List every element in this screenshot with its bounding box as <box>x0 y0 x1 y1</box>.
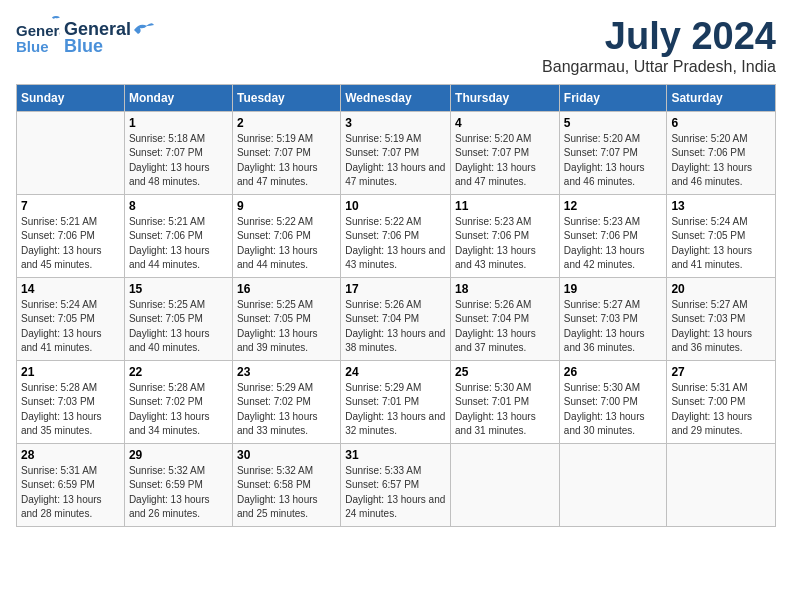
day-number: 6 <box>671 116 771 130</box>
calendar-cell: 12Sunrise: 5:23 AMSunset: 7:06 PMDayligh… <box>559 194 667 277</box>
calendar-cell <box>17 111 125 194</box>
day-info: Sunrise: 5:30 AMSunset: 7:01 PMDaylight:… <box>455 381 555 439</box>
week-row-4: 21Sunrise: 5:28 AMSunset: 7:03 PMDayligh… <box>17 360 776 443</box>
day-number: 8 <box>129 199 228 213</box>
calendar-cell: 1Sunrise: 5:18 AMSunset: 7:07 PMDaylight… <box>124 111 232 194</box>
day-number: 3 <box>345 116 446 130</box>
calendar-cell: 25Sunrise: 5:30 AMSunset: 7:01 PMDayligh… <box>451 360 560 443</box>
day-info: Sunrise: 5:19 AMSunset: 7:07 PMDaylight:… <box>237 132 336 190</box>
day-info: Sunrise: 5:26 AMSunset: 7:04 PMDaylight:… <box>345 298 446 356</box>
day-info: Sunrise: 5:27 AMSunset: 7:03 PMDaylight:… <box>564 298 663 356</box>
page-header: General Blue General Blue July 2024 Bang… <box>16 16 776 76</box>
week-row-3: 14Sunrise: 5:24 AMSunset: 7:05 PMDayligh… <box>17 277 776 360</box>
day-number: 17 <box>345 282 446 296</box>
day-number: 28 <box>21 448 120 462</box>
day-info: Sunrise: 5:20 AMSunset: 7:06 PMDaylight:… <box>671 132 771 190</box>
col-header-friday: Friday <box>559 84 667 111</box>
calendar-cell: 26Sunrise: 5:30 AMSunset: 7:00 PMDayligh… <box>559 360 667 443</box>
calendar-cell: 19Sunrise: 5:27 AMSunset: 7:03 PMDayligh… <box>559 277 667 360</box>
day-info: Sunrise: 5:24 AMSunset: 7:05 PMDaylight:… <box>671 215 771 273</box>
col-header-monday: Monday <box>124 84 232 111</box>
calendar-cell: 6Sunrise: 5:20 AMSunset: 7:06 PMDaylight… <box>667 111 776 194</box>
calendar-cell: 4Sunrise: 5:20 AMSunset: 7:07 PMDaylight… <box>451 111 560 194</box>
day-number: 4 <box>455 116 555 130</box>
col-header-thursday: Thursday <box>451 84 560 111</box>
day-number: 20 <box>671 282 771 296</box>
day-number: 13 <box>671 199 771 213</box>
day-number: 10 <box>345 199 446 213</box>
calendar-cell: 31Sunrise: 5:33 AMSunset: 6:57 PMDayligh… <box>341 443 451 526</box>
day-number: 22 <box>129 365 228 379</box>
calendar-cell: 21Sunrise: 5:28 AMSunset: 7:03 PMDayligh… <box>17 360 125 443</box>
day-info: Sunrise: 5:31 AMSunset: 6:59 PMDaylight:… <box>21 464 120 522</box>
day-info: Sunrise: 5:32 AMSunset: 6:58 PMDaylight:… <box>237 464 336 522</box>
calendar-cell: 3Sunrise: 5:19 AMSunset: 7:07 PMDaylight… <box>341 111 451 194</box>
calendar-cell: 5Sunrise: 5:20 AMSunset: 7:07 PMDaylight… <box>559 111 667 194</box>
day-info: Sunrise: 5:24 AMSunset: 7:05 PMDaylight:… <box>21 298 120 356</box>
col-header-tuesday: Tuesday <box>232 84 340 111</box>
day-info: Sunrise: 5:25 AMSunset: 7:05 PMDaylight:… <box>129 298 228 356</box>
calendar-cell: 16Sunrise: 5:25 AMSunset: 7:05 PMDayligh… <box>232 277 340 360</box>
calendar-cell: 18Sunrise: 5:26 AMSunset: 7:04 PMDayligh… <box>451 277 560 360</box>
calendar-cell: 27Sunrise: 5:31 AMSunset: 7:00 PMDayligh… <box>667 360 776 443</box>
logo-icon: General Blue <box>16 16 60 60</box>
day-number: 23 <box>237 365 336 379</box>
calendar-cell: 17Sunrise: 5:26 AMSunset: 7:04 PMDayligh… <box>341 277 451 360</box>
calendar-cell: 9Sunrise: 5:22 AMSunset: 7:06 PMDaylight… <box>232 194 340 277</box>
svg-text:General: General <box>16 22 60 39</box>
day-number: 26 <box>564 365 663 379</box>
day-number: 1 <box>129 116 228 130</box>
day-number: 12 <box>564 199 663 213</box>
day-info: Sunrise: 5:18 AMSunset: 7:07 PMDaylight:… <box>129 132 228 190</box>
title-block: July 2024 Bangarmau, Uttar Pradesh, Indi… <box>542 16 776 76</box>
calendar-table: SundayMondayTuesdayWednesdayThursdayFrid… <box>16 84 776 527</box>
day-number: 24 <box>345 365 446 379</box>
calendar-cell: 22Sunrise: 5:28 AMSunset: 7:02 PMDayligh… <box>124 360 232 443</box>
day-info: Sunrise: 5:22 AMSunset: 7:06 PMDaylight:… <box>345 215 446 273</box>
day-number: 19 <box>564 282 663 296</box>
month-year-title: July 2024 <box>542 16 776 58</box>
calendar-cell: 2Sunrise: 5:19 AMSunset: 7:07 PMDaylight… <box>232 111 340 194</box>
day-number: 14 <box>21 282 120 296</box>
day-info: Sunrise: 5:32 AMSunset: 6:59 PMDaylight:… <box>129 464 228 522</box>
day-info: Sunrise: 5:19 AMSunset: 7:07 PMDaylight:… <box>345 132 446 190</box>
calendar-cell: 20Sunrise: 5:27 AMSunset: 7:03 PMDayligh… <box>667 277 776 360</box>
day-number: 25 <box>455 365 555 379</box>
day-info: Sunrise: 5:21 AMSunset: 7:06 PMDaylight:… <box>129 215 228 273</box>
calendar-cell <box>559 443 667 526</box>
calendar-cell: 7Sunrise: 5:21 AMSunset: 7:06 PMDaylight… <box>17 194 125 277</box>
calendar-cell: 8Sunrise: 5:21 AMSunset: 7:06 PMDaylight… <box>124 194 232 277</box>
week-row-2: 7Sunrise: 5:21 AMSunset: 7:06 PMDaylight… <box>17 194 776 277</box>
day-info: Sunrise: 5:25 AMSunset: 7:05 PMDaylight:… <box>237 298 336 356</box>
logo: General Blue General Blue <box>16 16 154 60</box>
day-number: 7 <box>21 199 120 213</box>
day-info: Sunrise: 5:23 AMSunset: 7:06 PMDaylight:… <box>564 215 663 273</box>
day-number: 15 <box>129 282 228 296</box>
day-info: Sunrise: 5:22 AMSunset: 7:06 PMDaylight:… <box>237 215 336 273</box>
day-info: Sunrise: 5:21 AMSunset: 7:06 PMDaylight:… <box>21 215 120 273</box>
week-row-1: 1Sunrise: 5:18 AMSunset: 7:07 PMDaylight… <box>17 111 776 194</box>
day-number: 11 <box>455 199 555 213</box>
day-number: 21 <box>21 365 120 379</box>
calendar-cell: 28Sunrise: 5:31 AMSunset: 6:59 PMDayligh… <box>17 443 125 526</box>
day-info: Sunrise: 5:20 AMSunset: 7:07 PMDaylight:… <box>564 132 663 190</box>
calendar-cell: 29Sunrise: 5:32 AMSunset: 6:59 PMDayligh… <box>124 443 232 526</box>
day-info: Sunrise: 5:30 AMSunset: 7:00 PMDaylight:… <box>564 381 663 439</box>
calendar-cell: 24Sunrise: 5:29 AMSunset: 7:01 PMDayligh… <box>341 360 451 443</box>
location-subtitle: Bangarmau, Uttar Pradesh, India <box>542 58 776 76</box>
calendar-header-row: SundayMondayTuesdayWednesdayThursdayFrid… <box>17 84 776 111</box>
day-number: 29 <box>129 448 228 462</box>
calendar-cell: 30Sunrise: 5:32 AMSunset: 6:58 PMDayligh… <box>232 443 340 526</box>
calendar-cell: 13Sunrise: 5:24 AMSunset: 7:05 PMDayligh… <box>667 194 776 277</box>
col-header-wednesday: Wednesday <box>341 84 451 111</box>
day-number: 31 <box>345 448 446 462</box>
day-info: Sunrise: 5:28 AMSunset: 7:02 PMDaylight:… <box>129 381 228 439</box>
calendar-cell: 15Sunrise: 5:25 AMSunset: 7:05 PMDayligh… <box>124 277 232 360</box>
calendar-cell: 23Sunrise: 5:29 AMSunset: 7:02 PMDayligh… <box>232 360 340 443</box>
col-header-saturday: Saturday <box>667 84 776 111</box>
day-number: 2 <box>237 116 336 130</box>
day-info: Sunrise: 5:33 AMSunset: 6:57 PMDaylight:… <box>345 464 446 522</box>
day-number: 18 <box>455 282 555 296</box>
calendar-cell: 11Sunrise: 5:23 AMSunset: 7:06 PMDayligh… <box>451 194 560 277</box>
day-info: Sunrise: 5:28 AMSunset: 7:03 PMDaylight:… <box>21 381 120 439</box>
